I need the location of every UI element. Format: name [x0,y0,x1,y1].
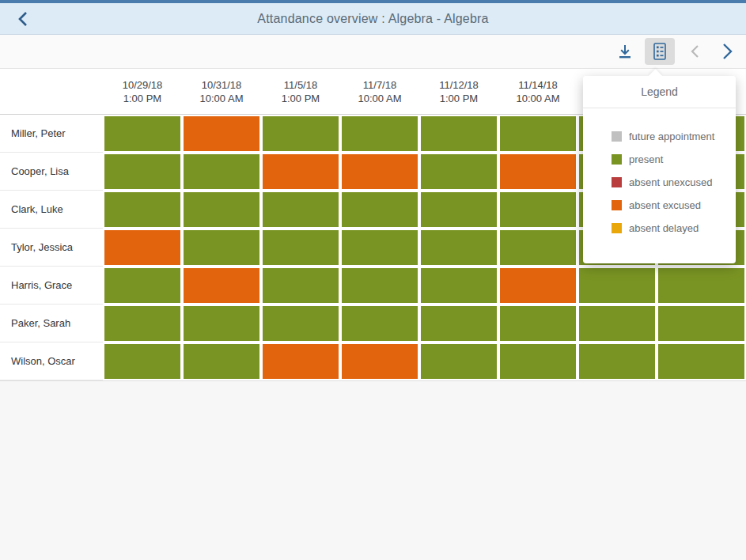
attendance-cell [182,305,261,342]
column-header: 11/5/181:00 PM [261,69,340,114]
student-name-cell: Wilson, Oscar [0,342,103,380]
attendance-cell [498,267,577,305]
attendance-cell [182,342,261,380]
column-header: 10/29/181:00 PM [103,69,182,114]
table-row: Wilson, Oscar [0,342,746,380]
legend-item: future appointment [583,125,736,148]
attendance-cell [498,191,577,229]
attendance-cell [261,342,340,380]
column-header: 10/31/1810:00 AM [182,69,261,114]
attendance-cell [419,267,498,305]
attendance-cell [419,342,498,380]
download-button[interactable] [612,38,638,65]
attendance-cell [261,115,340,153]
empty-area [0,381,746,559]
attendance-cell [261,267,340,305]
attendance-cell [340,305,419,342]
column-header-time: 1:00 PM [261,92,340,105]
attendance-cell [498,342,577,380]
legend-swatch [612,223,622,233]
prev-page-button[interactable] [682,38,707,65]
column-header: 11/12/181:00 PM [419,69,498,114]
column-header-date: 11/7/18 [340,78,419,92]
attendance-cell [340,229,419,267]
column-header-time: 1:00 PM [103,92,182,105]
student-name-cell: Miller, Peter [0,115,103,153]
attendance-cell [577,342,657,380]
student-name-cell: Harris, Grace [0,267,103,305]
attendance-cell [182,115,261,153]
legend-item: present [583,148,736,171]
attendance-cell [261,153,340,191]
attendance-cell [103,229,182,267]
chevron-right-icon [721,43,733,60]
attendance-cell [103,267,182,305]
attendance-cell [103,191,182,229]
attendance-cell [261,305,340,342]
attendance-cell [419,153,498,191]
table-row: Paker, Sarah [0,305,746,342]
legend-item-label: absent excused [629,199,701,211]
legend-item: absent excused [583,194,736,217]
legend-item-label: absent delayed [629,222,699,234]
attendance-cell [419,305,498,342]
attendance-cell [340,267,419,305]
legend-title: Legend [583,76,736,108]
attendance-cell [182,191,261,229]
legend-icon [653,42,667,61]
attendance-cell [340,115,419,153]
attendance-cell [498,153,577,191]
legend-item: absent unexcused [583,171,736,194]
attendance-cell [657,342,746,380]
column-header-date: 11/5/18 [261,78,340,92]
grid-corner-spacer [0,69,103,114]
student-name-cell: Clark, Luke [0,191,103,229]
legend-swatch [612,200,622,210]
chevron-left-icon [690,44,699,59]
attendance-cell [103,115,182,153]
legend-item: absent delayed [583,217,736,240]
attendance-cell [261,229,340,267]
column-header-time: 10:00 AM [340,92,419,105]
attendance-cell [577,267,657,305]
column-header-time: 1:00 PM [419,92,498,105]
attendance-cell [498,305,577,342]
column-header-date: 10/29/18 [103,78,182,92]
legend-popup: Legend future appointmentpresentabsent u… [583,76,736,263]
attendance-cell [498,115,577,153]
attendance-cell [340,342,419,380]
attendance-cell [657,267,746,305]
attendance-cell [340,191,419,229]
legend-swatch [612,177,622,187]
legend-item-label: future appointment [629,131,714,142]
download-icon [616,43,634,60]
attendance-cell [419,229,498,267]
attendance-cell [261,191,340,229]
column-header-date: 10/31/18 [182,78,261,92]
toolbar [0,35,746,69]
attendance-cell [182,267,261,305]
column-header-time: 10:00 AM [498,92,577,105]
table-row: Harris, Grace [0,267,746,305]
attendance-cell [419,115,498,153]
attendance-cell [340,153,419,191]
column-header: 11/7/1810:00 AM [340,69,419,114]
column-header: 11/14/1810:00 AM [498,69,577,114]
column-header-time: 10:00 AM [182,92,261,105]
attendance-cell [498,229,577,267]
attendance-cell [103,305,182,342]
legend-swatch [612,154,622,165]
attendance-cell [182,153,261,191]
next-page-button[interactable] [714,38,740,65]
back-button[interactable] [11,8,33,30]
legend-toggle-button[interactable] [645,38,675,65]
attendance-cell [419,191,498,229]
back-chevron-icon [17,11,28,27]
attendance-cell [103,153,182,191]
attendance-overview-page: Attandance overview : Algebra - Algebra [0,0,746,560]
attendance-cell [657,305,746,342]
page-title: Attandance overview : Algebra - Algebra [257,12,488,26]
legend-swatch [612,131,622,142]
column-header-date: 11/14/18 [498,78,577,92]
legend-item-label: present [629,153,663,165]
